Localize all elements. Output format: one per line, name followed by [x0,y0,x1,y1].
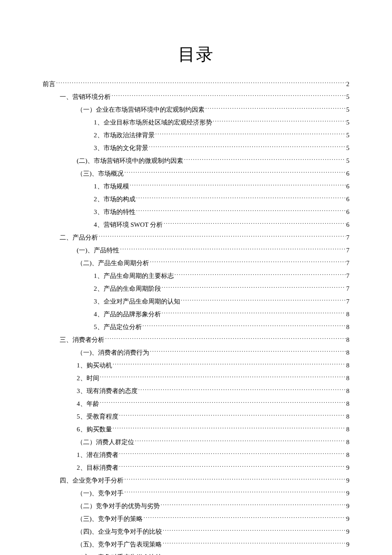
toc-entry-page: 8 [346,347,350,358]
toc-entry-label: 四、企业竞争对手分析 [60,475,124,486]
toc-entry-label: (二)、市场营销环境中的微观制约因素 [77,156,183,166]
toc-entry-page: 7 [346,232,350,243]
toc-entry-page: 8 [346,335,350,345]
toc-entry-page: 6 [346,207,350,217]
toc-entry-label: （六)、竞争对手广告媒介比较 [77,552,162,555]
toc-entry-page: 9 [346,475,350,486]
toc-entry-label: 前言 [43,79,55,89]
toc-entry-page: 8 [346,424,350,434]
toc-dots [143,323,346,329]
toc-dots [124,476,346,483]
toc-entry-label: （三)、市场概况 [77,168,124,179]
toc-dots [105,335,346,342]
toc-entry-label: 6、购买数量 [77,424,112,434]
toc-entry-label: （五)、竞争对手广告表现策略 [77,539,162,549]
toc-entry: （三)、竞争对手的策略9 [77,514,349,524]
toc-entry: 1、企业目标市场所处区域的宏观经济形势5 [94,117,349,127]
toc-entry: 四、企业竞争对手分析9 [60,475,349,486]
toc-dots [150,259,346,265]
toc-entry-label: 1、企业目标市场所处区域的宏观经济形势 [94,117,212,127]
toc-entry: 2、目标消费者9 [77,462,349,473]
toc-entry-page: 9 [346,526,350,537]
toc-entry: 6、购买数量8 [77,424,349,434]
toc-entry-page: 8 [346,373,350,383]
toc-entry: 一、营销环境分析5 [60,92,349,102]
toc-entry-label: 3、现有消费者的态度 [77,386,138,396]
toc-dots [213,118,346,124]
toc-dots [124,169,346,176]
toc-entry: 2、市场的构成6 [94,194,349,204]
toc-entry-page: 6 [346,181,350,191]
toc-dots [163,553,342,555]
toc-dots [149,144,346,150]
toc-entry: 1、潜在消费者8 [77,450,349,460]
toc-entry-page: 6 [346,220,350,230]
toc-dots [119,451,346,457]
toc-dots [150,348,346,355]
toc-dots [130,182,346,188]
toc-dots [119,412,346,419]
toc-entry-page: 7 [346,296,350,306]
toc-entry: 5、受教育程度8 [77,411,349,422]
toc-entry-page: 8 [346,399,350,409]
toc-dots [135,438,346,444]
toc-entry: 3、现有消费者的态度8 [77,386,349,396]
toc-dots [136,208,346,214]
toc-entry-page: 8 [346,360,350,370]
toc-dots [164,220,345,227]
toc-entry-label: 1、购买动机 [77,360,112,370]
toc-dots [162,284,346,291]
toc-entry: （二）消费人群定位8 [77,437,349,447]
toc-entry-page: 8 [346,386,350,396]
toc-entry: 1、产品生命周期的主要标志7 [94,271,349,281]
toc-dots [56,80,346,86]
toc-entry-label: 1、市场规模 [94,181,129,191]
table-of-contents: 前言2一、营销环境分析5（一）企业在市场营销环境中的宏观制约因素51、企业目标市… [43,79,349,555]
toc-entry: 3、市场的文化背景5 [94,143,349,153]
toc-entry-page: 9 [346,488,350,498]
toc-entry-label: 4、营销环境 SWOT 分析 [94,220,163,230]
toc-dots [181,297,346,304]
toc-entry: 2、产品的生命周期阶段7 [94,283,349,294]
toc-entry: （五)、竞争对手广告表现策略9 [77,539,349,549]
toc-entry-page: 8 [346,450,350,460]
toc-entry-label: 4、年龄 [77,399,99,409]
toc-entry-page: 6 [346,168,350,179]
toc-entry-page: 5 [346,130,350,140]
toc-entry: 3、市场的特性6 [94,207,349,217]
toc-entry: 2、市场政治法律背景5 [94,130,349,140]
toc-entry: （四)、企业与竞争对手的比较9 [77,526,349,537]
toc-entry-label: （二）消费人群定位 [77,437,134,447]
toc-dots [138,387,346,393]
toc-entry-page: 10 [343,552,349,555]
document-title: 目录 [43,43,349,66]
toc-entry-label: 2、市场政治法律背景 [94,130,155,140]
toc-entry-page: 7 [346,245,350,255]
toc-dots [205,105,346,112]
toc-entry-page: 5 [346,117,350,127]
toc-entry-label: 2、目标消费者 [77,462,118,473]
toc-entry-page: 5 [346,92,350,102]
toc-entry-label: （二)、产品生命周期分析 [77,258,149,268]
toc-entry-label: 5、产品定位分析 [94,322,142,332]
toc-entry-label: 2、时间 [77,373,99,383]
toc-entry-label: 二、产品分析 [60,232,98,243]
toc-entry-page: 7 [346,283,350,294]
toc-entry-page: 9 [346,539,350,549]
toc-entry: （三)、市场概况6 [77,168,349,179]
toc-entry-label: 三、消费者分析 [60,335,104,345]
toc-entry: 4、年龄8 [77,399,349,409]
toc-entry-page: 5 [346,143,350,153]
toc-entry-page: 7 [346,258,350,268]
toc-entry: （六)、竞争对手广告媒介比较10 [77,552,349,555]
toc-entry-page: 9 [346,462,350,473]
toc-entry-label: 4、产品的品牌形象分析 [94,309,161,319]
toc-dots [100,399,346,406]
toc-entry-label: 3、企业对产品生命周期的认知 [94,296,180,306]
toc-dots [112,92,346,99]
toc-entry: 1、市场规模6 [94,181,349,191]
toc-entry-label: 3、市场的文化背景 [94,143,148,153]
toc-dots [99,233,346,240]
toc-dots [136,195,346,201]
toc-entry-label: 1、产品生命周期的主要标志 [94,271,174,281]
